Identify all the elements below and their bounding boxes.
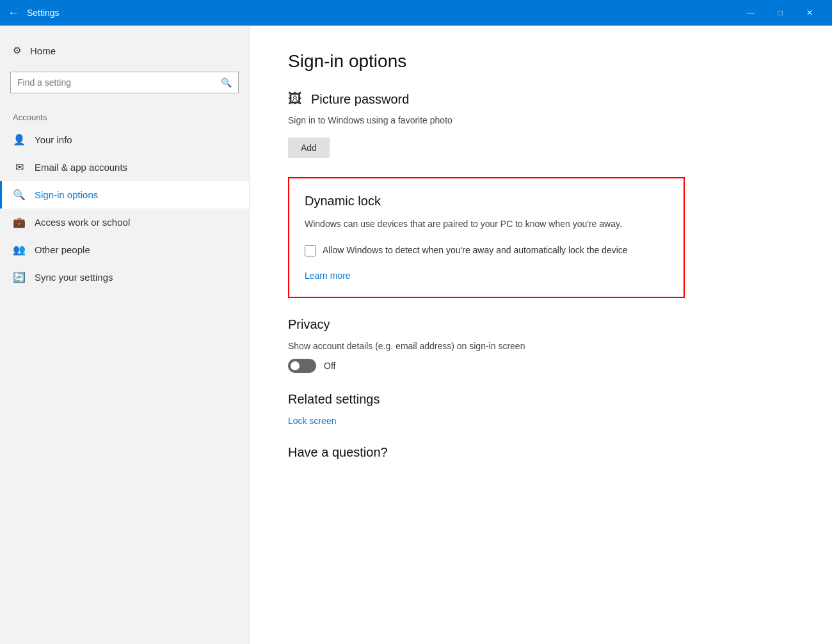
privacy-section: Privacy Show account details (e.g. email… — [288, 317, 794, 373]
dynamic-lock-section: Dynamic lock Windows can use devices tha… — [288, 177, 685, 298]
page-title: Sign-in options — [288, 51, 794, 72]
privacy-title: Privacy — [288, 317, 794, 332]
sidebar-item-label: Sync your settings — [35, 272, 113, 283]
learn-more-link[interactable]: Learn more — [305, 271, 351, 281]
sync-icon: 🔄 — [13, 271, 26, 283]
sidebar-item-other-people[interactable]: 👥 Other people — [0, 236, 249, 263]
minimize-button[interactable]: — — [736, 0, 765, 26]
privacy-toggle[interactable] — [288, 359, 316, 373]
sidebar-item-email-accounts[interactable]: ✉ Email & app accounts — [0, 153, 249, 181]
dynamic-lock-checkbox-row: Allow Windows to detect when you're away… — [305, 244, 668, 257]
sidebar-section-label: Accounts — [0, 102, 249, 126]
search-icon: 🔍 — [214, 72, 238, 93]
privacy-toggle-row: Off — [288, 359, 794, 373]
email-icon: ✉ — [13, 161, 26, 173]
layout: ⚙ Home 🔍 Accounts 👤 Your info ✉ Email & … — [0, 26, 832, 644]
sidebar-item-label: Email & app accounts — [35, 162, 127, 173]
back-button[interactable]: ← — [8, 6, 19, 20]
sidebar-item-label: Other people — [35, 244, 90, 255]
toggle-track — [288, 359, 316, 373]
picture-password-icon: 🖼 — [288, 91, 302, 107]
picture-password-desc: Sign in to Windows using a favorite phot… — [288, 114, 672, 127]
main-content: Sign-in options 🖼 Picture password Sign … — [250, 26, 832, 644]
sidebar-search-box[interactable]: 🔍 — [10, 72, 239, 93]
sidebar-item-label: Sign-in options — [35, 189, 98, 200]
add-picture-password-button[interactable]: Add — [288, 137, 330, 158]
sign-in-icon: 🔍 — [13, 189, 26, 201]
dynamic-lock-checkbox[interactable] — [305, 245, 316, 256]
home-icon: ⚙ — [13, 45, 21, 56]
privacy-desc: Show account details (e.g. email address… — [288, 341, 794, 351]
sidebar-item-home[interactable]: ⚙ Home — [0, 38, 249, 63]
titlebar: ← Settings — □ ✕ — [0, 0, 832, 26]
titlebar-left: ← Settings — [8, 6, 60, 20]
sidebar-item-sync-settings[interactable]: 🔄 Sync your settings — [0, 263, 249, 291]
sidebar-home-label: Home — [30, 45, 56, 56]
dynamic-lock-title: Dynamic lock — [305, 194, 668, 208]
titlebar-controls: — □ ✕ — [736, 0, 824, 26]
related-settings-section: Related settings Lock screen — [288, 392, 794, 426]
picture-password-section: 🖼 Picture password Sign in to Windows us… — [288, 91, 794, 158]
maximize-button[interactable]: □ — [765, 0, 795, 26]
sidebar-item-your-info[interactable]: 👤 Your info — [0, 126, 249, 153]
toggle-label: Off — [324, 361, 335, 371]
titlebar-title: Settings — [27, 8, 60, 18]
sidebar-item-access-work[interactable]: 💼 Access work or school — [0, 208, 249, 236]
sidebar: ⚙ Home 🔍 Accounts 👤 Your info ✉ Email & … — [0, 26, 250, 644]
sidebar-item-sign-in-options[interactable]: 🔍 Sign-in options — [0, 181, 249, 208]
toggle-thumb — [291, 361, 300, 370]
close-button[interactable]: ✕ — [795, 0, 824, 26]
sidebar-item-label: Your info — [35, 134, 72, 145]
picture-password-header: 🖼 Picture password — [288, 91, 794, 107]
picture-password-title: Picture password — [311, 92, 409, 107]
have-question-heading: Have a question? — [288, 445, 794, 460]
other-people-icon: 👥 — [13, 244, 26, 256]
lock-screen-link[interactable]: Lock screen — [288, 416, 794, 426]
your-info-icon: 👤 — [13, 134, 26, 146]
search-input[interactable] — [11, 72, 214, 93]
work-icon: 💼 — [13, 216, 26, 228]
dynamic-lock-checkbox-label: Allow Windows to detect when you're away… — [323, 244, 628, 257]
sidebar-item-label: Access work or school — [35, 217, 130, 228]
related-settings-title: Related settings — [288, 392, 794, 407]
dynamic-lock-desc: Windows can use devices that are paired … — [305, 217, 663, 231]
